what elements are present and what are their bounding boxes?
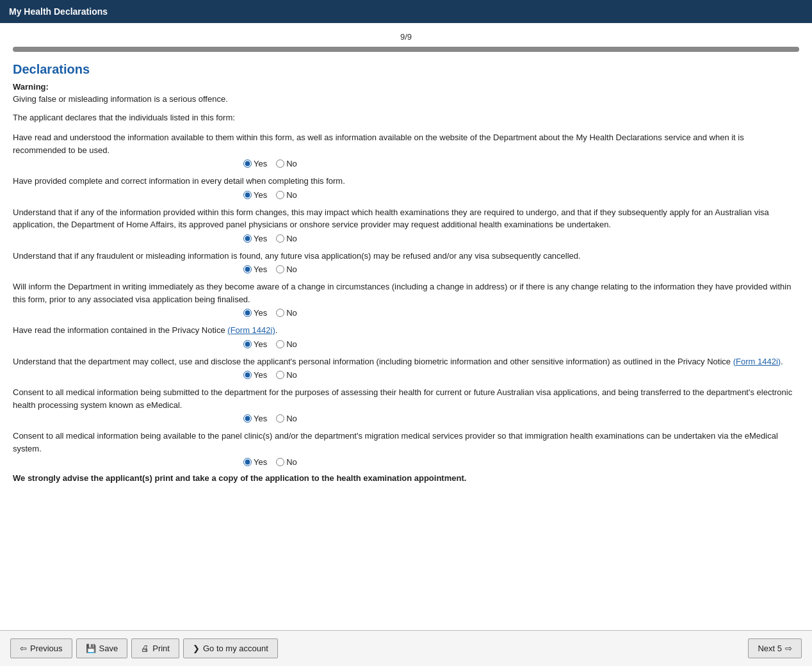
footer-left: ⇦ Previous 💾 Save 🖨 Print ❯ Go to my acc… bbox=[10, 638, 278, 658]
radio-yes-input-5[interactable] bbox=[243, 309, 252, 317]
section-title: Declarations bbox=[13, 62, 799, 77]
go-to-account-button[interactable]: ❯ Go to my account bbox=[183, 638, 278, 658]
radio-no-input-3[interactable] bbox=[276, 234, 284, 243]
next-button[interactable]: Next 5 ⇨ bbox=[748, 638, 802, 658]
radio-yes-5[interactable]: Yes bbox=[243, 308, 267, 318]
radio-no-input-4[interactable] bbox=[276, 265, 284, 273]
radio-yes-input-3[interactable] bbox=[243, 234, 252, 243]
declaration-block-8: Consent to all medical information being… bbox=[13, 386, 799, 423]
declaration-text-1: Have read and understood the information… bbox=[13, 131, 799, 156]
go-to-account-label: Go to my account bbox=[203, 644, 268, 653]
radio-group-7: Yes No bbox=[243, 370, 799, 380]
strong-advice: We strongly advise the applicant(s) prin… bbox=[13, 473, 799, 483]
previous-icon: ⇦ bbox=[20, 644, 27, 653]
radio-no-input-6[interactable] bbox=[276, 340, 284, 348]
radio-no-input-5[interactable] bbox=[276, 309, 284, 317]
radio-no-input-1[interactable] bbox=[276, 159, 284, 168]
warning-label: Warning: bbox=[13, 82, 799, 92]
next-label: Next 5 bbox=[758, 644, 782, 653]
progress-bar-container bbox=[13, 47, 799, 52]
declaration-text-3: Understand that if any of the informatio… bbox=[13, 206, 799, 231]
radio-group-8: Yes No bbox=[243, 414, 799, 423]
radio-yes-input-8[interactable] bbox=[243, 414, 252, 423]
declaration-text-7: Understand that the department may colle… bbox=[13, 355, 799, 368]
radio-group-4: Yes No bbox=[243, 264, 799, 274]
radio-yes-3[interactable]: Yes bbox=[243, 234, 267, 243]
radio-no-8[interactable]: No bbox=[276, 414, 297, 423]
radio-group-2: Yes No bbox=[243, 190, 799, 200]
page-indicator: 9/9 bbox=[13, 32, 799, 42]
progress-bar-fill bbox=[13, 47, 799, 52]
footer-bar: ⇦ Previous 💾 Save 🖨 Print ❯ Go to my acc… bbox=[0, 630, 812, 666]
title-bar-label: My Health Declarations bbox=[9, 6, 108, 17]
radio-yes-input-9[interactable] bbox=[243, 458, 252, 466]
radio-yes-8[interactable]: Yes bbox=[243, 414, 267, 423]
declaration-block-9: Consent to all medical information being… bbox=[13, 430, 799, 467]
radio-no-6[interactable]: No bbox=[276, 339, 297, 349]
radio-no-input-8[interactable] bbox=[276, 414, 284, 423]
app-window: My Health Declarations 9/9 Declarations … bbox=[0, 0, 812, 666]
radio-no-input-2[interactable] bbox=[276, 191, 284, 199]
progress-bar-track bbox=[13, 47, 799, 52]
previous-label: Previous bbox=[30, 644, 63, 653]
print-icon: 🖨 bbox=[141, 644, 149, 653]
declaration-text-2: Have provided complete and correct infor… bbox=[13, 175, 799, 188]
declaration-block-1: Have read and understood the information… bbox=[13, 131, 799, 168]
radio-no-7[interactable]: No bbox=[276, 370, 297, 380]
privacy-notice-link-1[interactable]: (Form 1442i) bbox=[227, 325, 275, 335]
intro-text: The applicant declares that the individu… bbox=[13, 113, 799, 122]
declaration-text-4: Understand that if any fraudulent or mis… bbox=[13, 250, 799, 263]
declaration-block-6: Have read the information contained in t… bbox=[13, 324, 799, 349]
privacy-notice-link-2[interactable]: (Form 1442i) bbox=[733, 357, 781, 366]
declaration-block-4: Understand that if any fraudulent or mis… bbox=[13, 250, 799, 275]
radio-yes-2[interactable]: Yes bbox=[243, 190, 267, 200]
radio-group-5: Yes No bbox=[243, 308, 799, 318]
footer-right: Next 5 ⇨ bbox=[748, 638, 802, 658]
radio-yes-4[interactable]: Yes bbox=[243, 264, 267, 274]
declaration-block-7: Understand that the department may colle… bbox=[13, 355, 799, 380]
print-label: Print bbox=[152, 644, 170, 653]
content-area: 9/9 Declarations Warning: Giving false o… bbox=[0, 23, 812, 630]
save-button[interactable]: 💾 Save bbox=[76, 638, 128, 658]
radio-no-input-7[interactable] bbox=[276, 371, 284, 379]
declaration-block-3: Understand that if any of the informatio… bbox=[13, 206, 799, 243]
declaration-block-5: Will inform the Department in writing im… bbox=[13, 280, 799, 318]
declaration-text-9: Consent to all medical information being… bbox=[13, 430, 799, 455]
radio-yes-input-6[interactable] bbox=[243, 340, 252, 348]
radio-no-2[interactable]: No bbox=[276, 190, 297, 200]
radio-yes-input-2[interactable] bbox=[243, 191, 252, 199]
radio-group-3: Yes No bbox=[243, 234, 799, 243]
declaration-text-5: Will inform the Department in writing im… bbox=[13, 280, 799, 305]
radio-yes-9[interactable]: Yes bbox=[243, 457, 267, 467]
title-bar: My Health Declarations bbox=[0, 0, 812, 23]
next-icon: ⇨ bbox=[785, 644, 792, 653]
radio-group-1: Yes No bbox=[243, 159, 799, 168]
declaration-block-2: Have provided complete and correct infor… bbox=[13, 175, 799, 200]
radio-group-6: Yes No bbox=[243, 339, 799, 349]
declaration-text-6: Have read the information contained in t… bbox=[13, 324, 799, 337]
radio-yes-6[interactable]: Yes bbox=[243, 339, 267, 349]
radio-yes-input-4[interactable] bbox=[243, 265, 252, 273]
radio-yes-7[interactable]: Yes bbox=[243, 370, 267, 380]
previous-button[interactable]: ⇦ Previous bbox=[10, 638, 72, 658]
save-label: Save bbox=[99, 644, 118, 653]
radio-yes-1[interactable]: Yes bbox=[243, 159, 267, 168]
print-button[interactable]: 🖨 Print bbox=[131, 638, 179, 658]
radio-no-5[interactable]: No bbox=[276, 308, 297, 318]
radio-no-4[interactable]: No bbox=[276, 264, 297, 274]
radio-group-9: Yes No bbox=[243, 457, 799, 467]
radio-no-input-9[interactable] bbox=[276, 458, 284, 466]
radio-no-9[interactable]: No bbox=[276, 457, 297, 467]
go-to-account-icon: ❯ bbox=[193, 644, 200, 653]
save-icon: 💾 bbox=[86, 644, 96, 653]
warning-text: Giving false or misleading information i… bbox=[13, 94, 799, 104]
declaration-text-8: Consent to all medical information being… bbox=[13, 386, 799, 411]
radio-no-1[interactable]: No bbox=[276, 159, 297, 168]
radio-yes-input-1[interactable] bbox=[243, 159, 252, 168]
radio-no-3[interactable]: No bbox=[276, 234, 297, 243]
radio-yes-input-7[interactable] bbox=[243, 371, 252, 379]
